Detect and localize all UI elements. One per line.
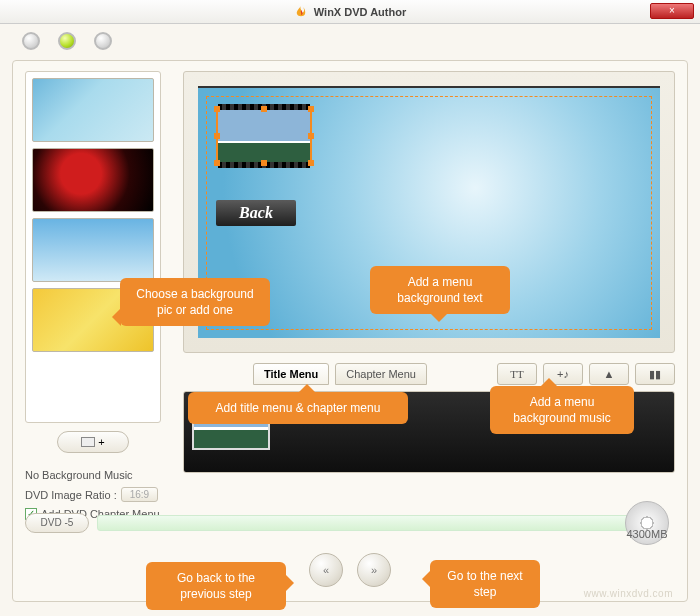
callout-tabs: Add title menu & chapter menu xyxy=(188,392,408,424)
up-tool-button[interactable]: ▲ xyxy=(589,363,629,385)
callout-music: Add a menu background music xyxy=(490,386,634,434)
bg-thumb[interactable] xyxy=(32,218,154,282)
prev-step-button[interactable]: « xyxy=(309,553,343,587)
main-panel: + Back Title Menu Chapter Menu TT +♪ ▲ ▮… xyxy=(12,60,688,602)
background-sidebar xyxy=(25,71,161,423)
tab-title-menu[interactable]: Title Menu xyxy=(253,363,329,385)
chevron-right-icon: » xyxy=(371,564,377,576)
close-button[interactable]: × xyxy=(650,3,694,19)
disc-icon: 4300MB xyxy=(625,501,669,545)
text-icon: TT xyxy=(510,368,523,380)
ratio-label: DVD Image Ratio : xyxy=(25,489,117,501)
bg-thumb[interactable] xyxy=(32,78,154,142)
app-title: WinX DVD Author xyxy=(314,6,406,18)
callout-background: Choose a background pic or add one xyxy=(120,278,270,326)
watermark: www.winxdvd.com xyxy=(584,588,673,599)
film-tool-button[interactable]: ▮▮ xyxy=(635,363,675,385)
light-3[interactable] xyxy=(94,32,112,50)
text-tool-button[interactable]: TT xyxy=(497,363,537,385)
chevron-left-icon: « xyxy=(323,564,329,576)
next-step-button[interactable]: » xyxy=(357,553,391,587)
callout-prev: Go back to the previous step xyxy=(146,562,286,610)
light-1[interactable] xyxy=(22,32,40,50)
dvd-type-selector[interactable]: DVD -5 xyxy=(25,513,89,533)
nav-buttons: « » xyxy=(309,553,391,587)
no-music-label: No Background Music xyxy=(25,469,175,481)
title-bar: WinX DVD Author × xyxy=(0,0,700,24)
ratio-selector[interactable]: 16:9 xyxy=(121,487,158,502)
music-icon: +♪ xyxy=(557,368,569,380)
callout-next: Go to the next step xyxy=(430,560,540,608)
flame-icon xyxy=(294,5,308,19)
light-2[interactable] xyxy=(58,32,76,50)
film-icon: ▮▮ xyxy=(649,368,661,381)
capacity-size: 4300MB xyxy=(627,528,668,540)
add-image-button[interactable]: + xyxy=(57,431,129,453)
capacity-bar[interactable] xyxy=(97,515,651,531)
arrow-up-icon: ▲ xyxy=(604,368,615,380)
clip-thumbnail[interactable] xyxy=(216,108,312,164)
image-icon xyxy=(81,437,95,447)
plus-icon: + xyxy=(98,436,104,448)
callout-text: Add a menu background text xyxy=(370,266,510,314)
back-button[interactable]: Back xyxy=(216,200,296,226)
traffic-lights xyxy=(22,32,112,50)
tab-chapter-menu[interactable]: Chapter Menu xyxy=(335,363,427,385)
toolbar: Title Menu Chapter Menu TT +♪ ▲ ▮▮ xyxy=(183,361,675,387)
bg-thumb[interactable] xyxy=(32,148,154,212)
